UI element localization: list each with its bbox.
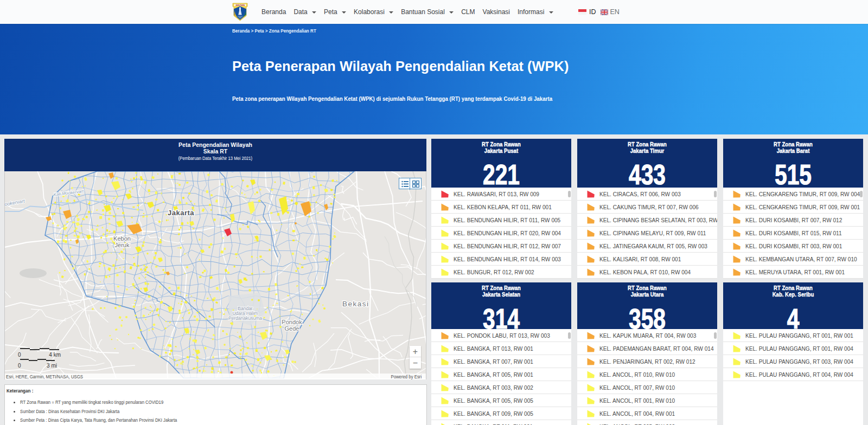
svg-text:0: 0 [18, 363, 21, 369]
svg-text:Jeruk: Jeruk [115, 242, 130, 248]
svg-text:Perdanakusuma: Perdanakusuma [228, 315, 262, 321]
svg-text:0: 0 [18, 352, 21, 358]
svg-text:Bekasi: Bekasi [342, 300, 369, 308]
svg-text:Pondok: Pondok [282, 319, 302, 325]
svg-text:Kebon: Kebon [113, 235, 131, 242]
svg-text:JAYA RAYA: JAYA RAYA [235, 4, 245, 7]
svg-text:4 km: 4 km [49, 352, 61, 358]
svg-text:Gede: Gede [285, 325, 299, 332]
svg-text:Jakarta: Jakarta [168, 209, 194, 217]
svg-text:3 mi: 3 mi [47, 363, 57, 369]
